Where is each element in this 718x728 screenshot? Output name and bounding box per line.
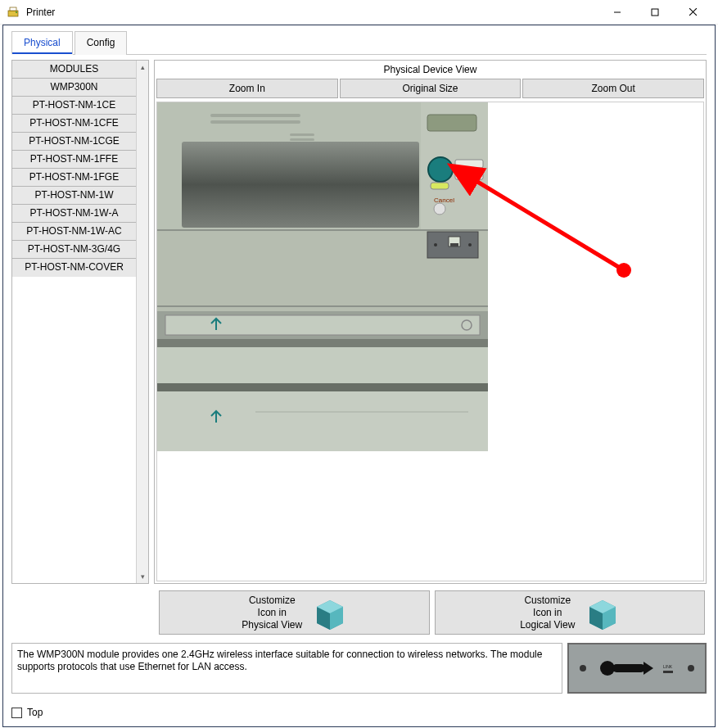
maximize-button[interactable] [636,1,674,24]
svg-point-16 [428,157,453,182]
device-canvas[interactable]: Cancel [156,102,704,581]
svg-line-38 [475,180,624,270]
module-item[interactable]: PT-HOST-NM-1W-AC [12,223,136,241]
footer: Top [11,707,43,718]
module-scrollbar[interactable]: ▴ ▾ [136,61,148,583]
device-view-header: Physical Device View [155,61,706,79]
module-item[interactable]: PT-HOST-NM-1FGE [12,169,136,187]
svg-point-39 [616,263,631,278]
svg-rect-10 [210,114,300,117]
svg-rect-18 [455,171,483,179]
svg-rect-11 [210,120,300,124]
svg-rect-34 [157,383,488,391]
customize-logical-button[interactable]: Customize Icon in Logical View [435,590,706,635]
svg-rect-32 [157,339,488,347]
svg-text:LINK: LINK [663,664,673,669]
minimize-button[interactable] [598,1,636,24]
printer-illustration: Cancel [157,102,488,451]
svg-point-49 [580,665,586,671]
svg-point-50 [688,665,694,671]
svg-rect-23 [157,305,488,307]
close-button[interactable] [674,1,711,24]
module-list: MODULES WMP300N PT-HOST-NM-1CE PT-HOST-N… [12,61,136,583]
module-item[interactable]: PT-HOST-NM-1CFE [12,115,136,133]
svg-rect-28 [450,243,458,246]
svg-rect-52 [612,664,645,672]
title-bar: Printer [0,0,718,25]
module-item[interactable]: PT-HOST-NM-3G/4G [12,241,136,259]
svg-rect-54 [663,671,673,673]
svg-rect-12 [290,133,314,136]
svg-point-21 [434,203,445,215]
svg-rect-33 [157,347,488,383]
svg-rect-1 [10,7,16,11]
wmp300n-icon: LINK [571,648,702,689]
module-item[interactable]: PT-HOST-NM-1CE [12,97,136,115]
customize-logical-label: Customize Icon in Logical View [520,595,575,631]
tab-physical[interactable]: Physical [11,31,73,55]
scroll-down-icon[interactable]: ▾ [138,570,148,583]
svg-rect-30 [165,315,480,335]
app-body: Physical Config MODULES WMP300N PT-HOST-… [2,25,716,727]
module-description: The WMP300N module provides one 2.4GHz w… [11,643,562,694]
scroll-up-icon[interactable]: ▴ [138,61,148,74]
module-item[interactable]: PT-HOST-NM-COVER [12,259,136,277]
module-item[interactable]: PT-HOST-NM-1W [12,187,136,205]
device-view-panel: Physical Device View Zoom In Original Si… [154,60,707,584]
module-preview[interactable]: LINK [567,643,707,694]
svg-rect-15 [427,115,476,131]
module-item[interactable]: PT-HOST-NM-1FFE [12,151,136,169]
cube-icon [310,595,346,630]
module-panel: MODULES WMP300N PT-HOST-NM-1CE PT-HOST-N… [11,60,149,584]
svg-rect-4 [652,9,658,16]
svg-rect-0 [8,11,18,16]
tab-bar: Physical Config [11,30,707,55]
zoom-in-button[interactable]: Zoom In [156,79,338,98]
svg-point-26 [468,243,472,246]
top-label: Top [27,707,43,718]
app-icon [7,6,20,19]
module-item[interactable]: PT-HOST-NM-1CGE [12,133,136,151]
customize-physical-button[interactable]: Customize Icon in Physical View [159,590,430,635]
module-wmp300n[interactable]: WMP300N [12,79,136,97]
svg-rect-9 [182,142,419,228]
customize-physical-label: Customize Icon in Physical View [242,595,302,631]
svg-point-2 [16,11,17,13]
svg-rect-19 [431,183,449,189]
svg-rect-35 [157,391,488,451]
svg-rect-22 [157,229,488,231]
original-size-button[interactable]: Original Size [340,79,522,98]
module-header[interactable]: MODULES [12,61,136,79]
svg-point-25 [434,243,437,246]
top-checkbox[interactable] [11,708,22,718]
tab-config[interactable]: Config [75,31,128,55]
module-item[interactable]: PT-HOST-NM-1W-A [12,205,136,223]
zoom-out-button[interactable]: Zoom Out [522,79,704,98]
cube-icon [583,595,619,630]
svg-rect-13 [290,138,314,141]
window-title: Printer [26,7,55,18]
svg-text:Cancel: Cancel [434,197,454,204]
svg-rect-17 [455,160,483,168]
